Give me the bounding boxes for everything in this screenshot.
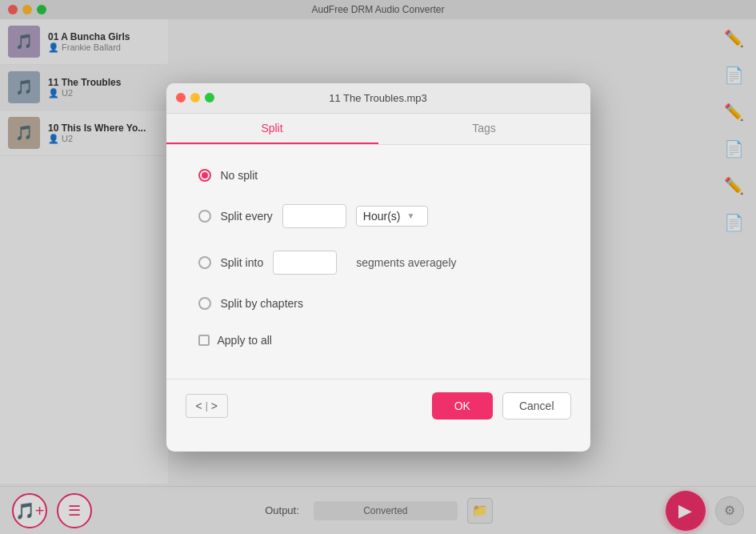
split-by-chapters-label: Split by chapters <box>221 297 304 310</box>
split-every-unit-dropdown[interactable]: Hour(s) ▼ <box>356 206 428 227</box>
split-every-option[interactable]: Split every ▲ ▼ Hour(s) ▼ <box>198 204 558 228</box>
modal-fullscreen-button[interactable] <box>205 93 214 102</box>
split-every-unit-label: Hour(s) <box>363 210 401 223</box>
modal-dialog: 11 The Troubles.mp3 Split Tags No split … <box>166 83 590 452</box>
split-every-spinner[interactable]: ▲ ▼ <box>282 204 346 228</box>
split-into-option[interactable]: Split into ▲ ▼ segments averagely <box>198 251 558 275</box>
no-split-label: No split <box>221 169 258 182</box>
tab-tags[interactable]: Tags <box>378 114 590 144</box>
left-arrow-icon: < <box>196 399 202 412</box>
modal-body: No split Split every ▲ ▼ Hour(s) ▼ <box>166 145 590 371</box>
chevron-down-icon: ▼ <box>407 211 415 220</box>
code-navigate-button[interactable]: < | > <box>186 394 229 418</box>
split-into-spinner[interactable]: ▲ ▼ <box>273 251 337 275</box>
modal-overlay: 11 The Troubles.mp3 Split Tags No split … <box>0 0 756 534</box>
split-into-input[interactable] <box>274 253 337 272</box>
split-every-radio[interactable] <box>198 210 211 223</box>
footer-buttons: OK Cancel <box>432 392 571 420</box>
right-arrow-icon: > <box>211 399 218 412</box>
tab-split[interactable]: Split <box>166 114 378 144</box>
split-into-radio[interactable] <box>198 256 211 269</box>
split-into-label: Split into <box>221 256 264 269</box>
split-by-chapters-radio[interactable] <box>198 297 211 310</box>
split-by-chapters-option[interactable]: Split by chapters <box>198 297 558 310</box>
segments-label: segments averagely <box>356 256 456 269</box>
modal-titlebar: 11 The Troubles.mp3 <box>166 83 590 114</box>
no-split-radio[interactable] <box>198 169 211 182</box>
modal-tabs: Split Tags <box>166 114 590 145</box>
modal-traffic-lights <box>176 93 214 102</box>
apply-to-all-label: Apply to all <box>218 334 272 347</box>
modal-minimize-button[interactable] <box>190 93 200 102</box>
ok-button[interactable]: OK <box>432 392 493 420</box>
cancel-button[interactable]: Cancel <box>502 392 571 420</box>
no-split-option[interactable]: No split <box>198 169 558 182</box>
split-every-input[interactable] <box>283 207 346 226</box>
modal-footer: < | > OK Cancel <box>166 379 590 432</box>
modal-close-button[interactable] <box>176 93 186 102</box>
apply-to-all-checkbox[interactable] <box>198 335 210 346</box>
modal-title: 11 The Troubles.mp3 <box>329 92 427 104</box>
split-every-label: Split every <box>221 210 273 223</box>
apply-to-all-row[interactable]: Apply to all <box>198 334 558 347</box>
code-separator: | <box>206 400 208 412</box>
